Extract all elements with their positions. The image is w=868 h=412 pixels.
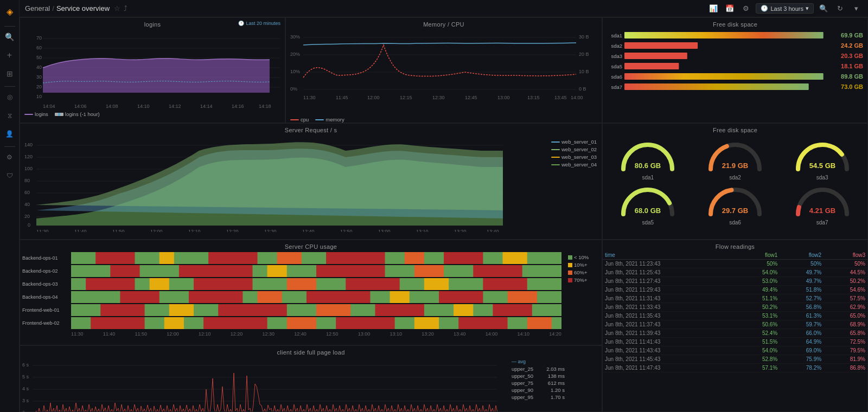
logins-chart: 70 60 50 40 30 20 10 14:04 — [20, 29, 285, 110]
page-load-panel: client side full page load 6 s 5 s 4 s 3… — [20, 345, 602, 412]
share-icon[interactable]: ⤴ — [124, 4, 127, 12]
svg-text:60: 60 — [36, 45, 42, 50]
svg-text:13:15: 13:15 — [527, 95, 540, 100]
server-request-legend: web_server_01 web_server_02 web_server_0… — [549, 134, 599, 233]
settings-icon[interactable]: ⚙ — [739, 2, 752, 15]
logins-badge: 🕐 Last 20 minutes — [238, 21, 280, 26]
logins-title: logins — [144, 18, 161, 29]
svg-text:80.6 GB: 80.6 GB — [635, 162, 661, 170]
svg-text:12:30: 12:30 — [264, 229, 277, 232]
svg-text:12:45: 12:45 — [465, 95, 477, 100]
svg-text:12:40: 12:40 — [302, 229, 315, 232]
clock-icon: 🕐 — [761, 5, 768, 12]
heatmap-row-backend04: Backend-ops-04 — [22, 291, 561, 303]
dashboard-icon[interactable]: 👤 — [2, 126, 18, 142]
logins-panel: logins 🕐 Last 20 minutes 70 60 50 40 30 … — [20, 17, 285, 123]
svg-rect-89 — [326, 252, 385, 264]
svg-rect-84 — [71, 252, 561, 264]
disk-row-sda3: sda3 20.3 GB — [607, 52, 863, 60]
app-logo[interactable]: ◈ — [2, 3, 18, 20]
svg-rect-128 — [287, 317, 316, 329]
calendar-icon[interactable]: 📅 — [723, 2, 736, 15]
svg-text:13:10: 13:10 — [416, 229, 429, 232]
breadcrumb: General / Service overview ☆ ⤴ — [25, 4, 127, 12]
svg-rect-112 — [307, 291, 371, 303]
search-icon[interactable]: 🔍 — [2, 29, 18, 45]
svg-text:10%: 10% — [290, 69, 300, 74]
flow-header-time: time — [603, 251, 736, 260]
sidebar: ◈ 🔍 + ⊞ ◎ ⧖ 👤 ⚙ 🛡 — [0, 0, 20, 412]
chart-type-icon[interactable]: 📊 — [707, 2, 720, 15]
page-load-legend: — avg upper_252.03 ms upper_50138 ms upp… — [508, 357, 568, 410]
svg-text:13:20: 13:20 — [454, 229, 467, 232]
flow-panel: Flow readings time flow1 flow2 flow3 Jun… — [602, 240, 868, 412]
svg-text:30%: 30% — [290, 34, 300, 40]
refresh-icon[interactable]: ↻ — [833, 2, 846, 15]
server-request-content: 140 120 100 80 60 40 20 0 — [20, 134, 602, 233]
svg-rect-99 — [473, 265, 522, 277]
svg-rect-122 — [454, 304, 473, 316]
memory-cpu-chart: 30% 20% 10% 0% 30 B 20 B 10 B 0 B 11:30 … — [286, 29, 598, 115]
svg-rect-107 — [483, 278, 527, 290]
disk-bars: sda1 69.9 GB sda2 — [603, 29, 867, 95]
svg-text:0: 0 — [28, 222, 30, 228]
svg-text:100: 100 — [24, 166, 33, 171]
flow-table-container[interactable]: time flow1 flow2 flow3 Jun 8th, 2021 11:… — [603, 251, 867, 410]
time-range-button[interactable]: 🕐 Last 3 hours ▾ — [756, 3, 814, 14]
svg-text:50: 50 — [36, 55, 42, 60]
gauge-sda7: 4.21 GB sda7 — [779, 182, 865, 226]
alert-icon[interactable]: ◎ — [2, 89, 18, 105]
free-disk-gauge-title: Free disk space — [603, 124, 867, 134]
grid-icon[interactable]: ⊞ — [2, 66, 18, 82]
svg-rect-111 — [258, 291, 282, 303]
svg-text:40: 40 — [24, 202, 30, 207]
svg-rect-105 — [346, 278, 399, 290]
memory-cpu-panel: Memory / CPU 30% 20% 10% 0% 30 B 20 B 10… — [285, 17, 602, 123]
svg-rect-44 — [624, 42, 698, 49]
server-request-chart: 140 120 100 80 60 40 20 0 — [20, 134, 549, 232]
server-request-title: Server Request / s — [20, 124, 602, 134]
svg-rect-104 — [287, 278, 316, 290]
svg-text:14:04: 14:04 — [43, 104, 55, 109]
shield-icon[interactable]: 🛡 — [2, 168, 18, 184]
cpu-xaxis: 11:30 11:40 11:50 12:00 12:10 12:20 12:3… — [71, 330, 561, 338]
svg-text:14:16: 14:16 — [232, 104, 244, 109]
gauge-sda2: 21.9 GB sda2 — [692, 137, 778, 181]
disk-row-sda1: sda1 69.9 GB — [607, 31, 863, 40]
svg-rect-85 — [95, 252, 135, 264]
svg-rect-119 — [218, 304, 287, 316]
svg-text:11:40: 11:40 — [74, 229, 87, 232]
settings-icon[interactable]: ⚙ — [2, 149, 18, 165]
svg-text:0%: 0% — [290, 86, 297, 92]
svg-rect-48 — [624, 83, 809, 90]
svg-text:11:50: 11:50 — [112, 229, 125, 232]
svg-text:6 s: 6 s — [22, 362, 29, 368]
add-icon[interactable]: + — [2, 47, 18, 63]
svg-rect-126 — [164, 317, 184, 329]
expand-icon[interactable]: ▾ — [850, 2, 863, 15]
zoom-out-icon[interactable]: 🔍 — [817, 2, 830, 15]
svg-rect-115 — [508, 291, 537, 303]
flow-table-row: Jun 8th, 2021 11:35:43 53.1% 61.3% 65.0% — [603, 312, 867, 320]
svg-rect-96 — [267, 265, 287, 277]
heatmap-row-frontend02: Frontend-web-02 — [22, 317, 561, 329]
svg-text:12:20: 12:20 — [226, 229, 239, 232]
svg-text:5 s: 5 s — [22, 374, 29, 379]
svg-text:14:10: 14:10 — [137, 104, 150, 109]
clock-icon[interactable]: ⧖ — [2, 107, 18, 124]
flow-table-row: Jun 8th, 2021 11:37:43 50.6% 59.7% 68.9% — [603, 320, 867, 329]
svg-text:12:50: 12:50 — [340, 229, 353, 232]
svg-text:68.0 GB: 68.0 GB — [635, 207, 661, 215]
svg-text:13:00: 13:00 — [378, 229, 391, 232]
flow-table-row: Jun 8th, 2021 11:45:43 52.8% 75.9% 81.9% — [603, 355, 867, 364]
svg-text:70: 70 — [36, 35, 42, 41]
cpu-usage-content: Backend-ops-01 — [20, 251, 602, 339]
svg-rect-120 — [316, 304, 350, 316]
star-icon[interactable]: ☆ — [114, 4, 120, 12]
svg-text:14:00: 14:00 — [571, 95, 583, 100]
breadcrumb-sep: / — [52, 4, 54, 12]
gauge-sda3: 54.5 GB sda3 — [779, 137, 865, 181]
breadcrumb-home[interactable]: General — [25, 4, 50, 12]
svg-text:20: 20 — [36, 84, 42, 89]
svg-rect-92 — [503, 252, 527, 264]
